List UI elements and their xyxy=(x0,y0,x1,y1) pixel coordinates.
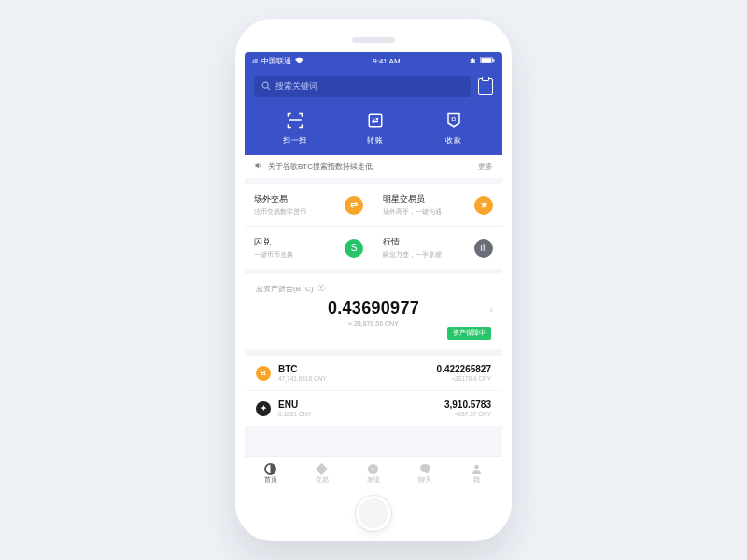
coin-row-btc[interactable]: B BTC47,741.6318 CNY 0.422265827≈20178.4… xyxy=(245,355,502,390)
action-receive[interactable]: B 收款 xyxy=(444,110,464,146)
tab-me[interactable]: 我 xyxy=(470,462,483,484)
svg-line-4 xyxy=(268,87,271,90)
home-icon xyxy=(264,462,277,475)
app-screen: ıll 中国联通 9:41 AM ✱ 搜索关键词 xyxy=(245,52,502,487)
svg-text:B: B xyxy=(451,115,456,123)
feature-star-trader[interactable]: 明星交易员场外高手，一键沟通 ★ xyxy=(374,184,502,227)
tab-chat[interactable]: 聊天 xyxy=(418,462,431,484)
eye-icon[interactable] xyxy=(317,285,326,293)
tab-trade[interactable]: 交易 xyxy=(316,462,329,484)
search-icon xyxy=(261,81,271,92)
feature-otc[interactable]: 场外交易法币交易数字货币 ⇄ xyxy=(245,184,374,227)
feature-market[interactable]: 行情瞬息万变，一手掌握 ılı xyxy=(374,227,502,269)
svg-rect-2 xyxy=(493,59,494,62)
tab-discover[interactable]: 发现 xyxy=(367,462,380,484)
coin-list: B BTC47,741.6318 CNY 0.422265827≈20178.4… xyxy=(245,355,502,426)
btc-icon: B xyxy=(256,366,271,381)
person-icon xyxy=(470,462,483,475)
assets-card[interactable]: 总资产折合(BTC) 0.43690977 ≈ 20,878.56 CNY › … xyxy=(245,274,502,355)
announcement-more[interactable]: 更多 xyxy=(478,161,493,172)
protect-badge: 资产保障中 xyxy=(447,327,491,340)
enu-icon: ✦ xyxy=(256,401,271,416)
compass-icon xyxy=(367,462,380,475)
speaker-icon xyxy=(254,161,262,172)
search-input[interactable]: 搜索关键词 xyxy=(254,76,471,97)
wifi-icon xyxy=(295,57,303,65)
receive-icon: B xyxy=(444,110,464,131)
action-scan[interactable]: 扫一扫 xyxy=(283,110,307,146)
clipboard-icon[interactable] xyxy=(478,78,493,95)
announcement-bar[interactable]: 关于谷歌BTC搜索指数持续走低 更多 xyxy=(245,155,502,184)
header: 搜索关键词 扫一扫 转账 xyxy=(245,70,502,155)
transfer-icon xyxy=(365,110,386,131)
chat-icon xyxy=(418,462,431,475)
signal-icon: ıll xyxy=(252,57,258,65)
trade-icon xyxy=(316,462,329,475)
svg-point-11 xyxy=(474,464,479,469)
tab-bar: 首页 交易 发现 聊天 我 xyxy=(245,456,502,487)
assets-label: 总资产折合(BTC) xyxy=(256,284,313,294)
tab-home[interactable]: 首页 xyxy=(264,462,277,484)
status-bar: ıll 中国联通 9:41 AM ✱ xyxy=(245,52,502,70)
action-transfer[interactable]: 转账 xyxy=(365,110,386,146)
feature-flash[interactable]: 闪兑一键币币兑换 S xyxy=(245,227,374,269)
svg-point-7 xyxy=(320,287,322,288)
bluetooth-icon: ✱ xyxy=(470,57,476,65)
svg-point-3 xyxy=(262,82,268,88)
swap-icon: ⇄ xyxy=(345,196,363,215)
coin-row-enu[interactable]: ✦ ENU0.1881 CNY 3,910.5783≈687.37 CNY xyxy=(245,390,502,426)
home-button[interactable] xyxy=(355,495,392,532)
assets-approx: ≈ 20,878.56 CNY xyxy=(256,320,491,327)
clock: 9:41 AM xyxy=(373,57,400,65)
assets-value: 0.43690977 xyxy=(256,299,491,318)
svg-rect-5 xyxy=(369,114,382,127)
carrier-label: 中国联通 xyxy=(261,56,291,66)
search-placeholder: 搜索关键词 xyxy=(275,80,317,92)
currency-icon: S xyxy=(345,239,363,258)
chart-icon: ılı xyxy=(474,239,493,258)
svg-rect-9 xyxy=(316,463,328,475)
svg-rect-1 xyxy=(481,58,491,63)
chevron-right-icon: › xyxy=(490,304,493,315)
announcement-text: 关于谷歌BTC搜索指数持续走低 xyxy=(268,161,373,172)
features-grid: 场外交易法币交易数字货币 ⇄ 明星交易员场外高手，一键沟通 ★ 闪兑一键币币兑换… xyxy=(245,184,502,274)
star-icon: ★ xyxy=(474,196,493,215)
battery-icon xyxy=(480,57,495,65)
scan-icon xyxy=(285,110,305,131)
phone-frame: ıll 中国联通 9:41 AM ✱ 搜索关键词 xyxy=(235,19,512,541)
phone-speaker xyxy=(352,37,395,43)
